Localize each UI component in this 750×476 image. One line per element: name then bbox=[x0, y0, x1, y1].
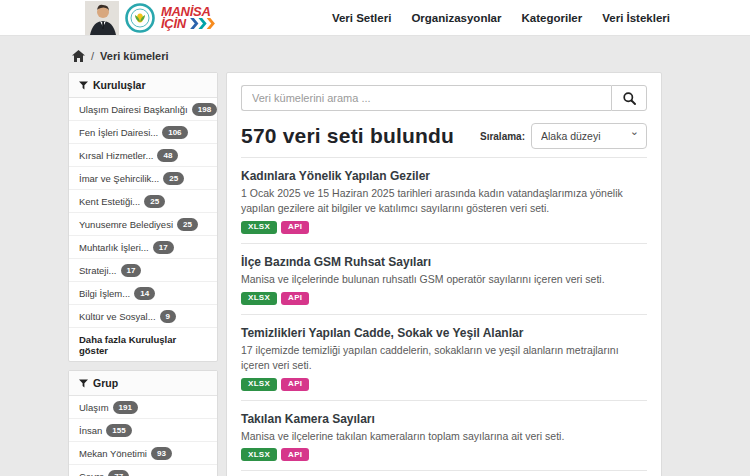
facet-item[interactable]: Mekan Yönetimi 93 bbox=[69, 441, 217, 464]
sort-control: Sıralama: Alaka düzeyi bbox=[480, 123, 647, 149]
api-format-badge: API bbox=[281, 378, 309, 391]
dataset-item: Takılan Kamera Sayıları Manisa ve ilçele… bbox=[241, 400, 647, 471]
facet-count-badge: 77 bbox=[108, 470, 129, 476]
facet-item-label: Mekan Yönetimi bbox=[79, 448, 147, 459]
site-logo[interactable]: MANİSA İÇİN bbox=[85, 1, 217, 35]
dataset-title-link[interactable]: Takılan Kamera Sayıları bbox=[241, 412, 375, 426]
facet-item-label: Fen İşleri Dairesi... bbox=[79, 127, 158, 138]
sort-label: Sıralama: bbox=[480, 131, 525, 142]
facet-groups-list: Ulaşım 191 İnsan 155 Mekan Yönetimi 93 bbox=[69, 396, 217, 476]
results-count-heading: 570 veri seti bulundu bbox=[241, 124, 454, 148]
facet-item-label: İnsan bbox=[79, 425, 102, 436]
dataset-format-badges: XLSXAPI bbox=[241, 221, 647, 234]
search-icon bbox=[623, 92, 636, 105]
dataset-title-link[interactable]: Kadınlara Yönelik Yapılan Geziler bbox=[241, 169, 430, 183]
xlsx-format-badge: XLSX bbox=[241, 378, 277, 391]
dataset-item: Kadınlara Yönelik Yapılan Geziler 1 Ocak… bbox=[241, 157, 647, 243]
breadcrumb-current: Veri kümeleri bbox=[100, 50, 169, 62]
sort-select[interactable]: Alaka düzeyi bbox=[531, 123, 647, 149]
facet-item[interactable]: Ulaşım 191 bbox=[69, 396, 217, 418]
nav-kategoriler[interactable]: Kategoriler bbox=[522, 12, 583, 24]
show-more-organizations-link[interactable]: Daha fazla Kuruluşlar göster bbox=[69, 327, 217, 361]
search-input[interactable] bbox=[241, 85, 611, 111]
facet-item[interactable]: Bilgi İşlem... 14 bbox=[69, 281, 217, 304]
facet-count-badge: 25 bbox=[177, 218, 198, 231]
dataset-search bbox=[241, 85, 647, 111]
facet-item[interactable]: Yunusemre Belediyesi 25 bbox=[69, 212, 217, 235]
filter-icon bbox=[79, 81, 88, 90]
facet-item[interactable]: İmar ve Şehircilik... 25 bbox=[69, 166, 217, 189]
xlsx-format-badge: XLSX bbox=[241, 221, 277, 234]
breadcrumb-separator: / bbox=[91, 50, 94, 62]
nav-veri-setleri[interactable]: Veri Setleri bbox=[332, 12, 391, 24]
dataset-format-badges: XLSXAPI bbox=[241, 292, 647, 305]
dataset-item: Temizlikleri Yapılan Cadde, Sokak ve Yeş… bbox=[241, 314, 647, 400]
facet-item-label: Yunusemre Belediyesi bbox=[79, 219, 173, 230]
nav-veri-istekleri[interactable]: Veri İstekleri bbox=[602, 12, 670, 24]
facet-item-label: Ulaşım bbox=[79, 402, 109, 413]
facet-count-badge: 25 bbox=[144, 195, 165, 208]
facet-item-label: Kent Estetiği... bbox=[79, 196, 140, 207]
home-icon[interactable] bbox=[72, 50, 85, 62]
facet-item[interactable]: Fen İşleri Dairesi... 106 bbox=[69, 120, 217, 143]
breadcrumb: / Veri kümeleri bbox=[0, 36, 750, 72]
facet-count-badge: 198 bbox=[192, 103, 217, 116]
facet-item-label: İmar ve Şehircilik... bbox=[79, 173, 159, 184]
dataset-title-link[interactable]: Temizlikleri Yapılan Cadde, Sokak ve Yeş… bbox=[241, 326, 523, 340]
api-format-badge: API bbox=[281, 221, 309, 234]
api-format-badge: API bbox=[281, 292, 309, 305]
facet-count-badge: 17 bbox=[121, 264, 142, 277]
nav-organizasyonlar[interactable]: Organizasyonlar bbox=[411, 12, 501, 24]
main-nav: Veri Setleri Organizasyonlar Kategoriler… bbox=[332, 12, 670, 24]
facet-item[interactable]: Kırsal Hizmetler... 48 bbox=[69, 143, 217, 166]
facet-title: Kuruluşlar bbox=[93, 79, 146, 91]
facet-groups-header: Grup bbox=[69, 371, 217, 396]
municipality-seal-icon bbox=[125, 3, 155, 33]
dataset-description: Manisa ve ilçelerine takılan kameraların… bbox=[241, 429, 647, 444]
brand-line2: İÇİN bbox=[161, 18, 186, 30]
dataset-description: Manisa ve ilçelerinde bulunan ruhsatlı G… bbox=[241, 272, 647, 287]
facet-item[interactable]: Kent Estetiği... 25 bbox=[69, 189, 217, 212]
mayor-photo bbox=[85, 1, 119, 35]
facet-count-badge: 9 bbox=[160, 310, 176, 323]
facet-item[interactable]: Ulaşım Dairesi Başkanlığı 198 bbox=[69, 98, 217, 120]
dataset-list: Kadınlara Yönelik Yapılan Geziler 1 Ocak… bbox=[241, 157, 647, 476]
results-header: 570 veri seti bulundu Sıralama: Alaka dü… bbox=[241, 123, 647, 149]
facet-item-label: Muhtarlık İşleri... bbox=[79, 242, 149, 253]
facet-item-label: Kültür ve Sosyal... bbox=[79, 311, 156, 322]
dataset-item: Montajı Yapılan Kameralar Manisa Büyükşe… bbox=[241, 470, 647, 476]
content-layout: Kuruluşlar Ulaşım Dairesi Başkanlığı 198… bbox=[68, 72, 750, 476]
facet-organizations: Kuruluşlar Ulaşım Dairesi Başkanlığı 198… bbox=[68, 72, 218, 362]
dataset-results-panel: 570 veri seti bulundu Sıralama: Alaka dü… bbox=[226, 72, 662, 476]
facet-count-badge: 191 bbox=[113, 401, 138, 414]
facet-count-badge: 14 bbox=[134, 287, 155, 300]
facet-item[interactable]: Çevre 77 bbox=[69, 464, 217, 476]
facet-item[interactable]: Muhtarlık İşleri... 17 bbox=[69, 235, 217, 258]
brand-wordmark: MANİSA İÇİN bbox=[161, 6, 217, 30]
sort-select-shell: Alaka düzeyi bbox=[531, 123, 647, 149]
dataset-format-badges: XLSXAPI bbox=[241, 448, 647, 461]
xlsx-format-badge: XLSX bbox=[241, 448, 277, 461]
dataset-title-link[interactable]: İlçe Bazında GSM Ruhsat Sayıları bbox=[241, 255, 431, 269]
facet-groups: Grup Ulaşım 191 İnsan 155 Mekan Yönet bbox=[68, 370, 218, 476]
facet-item-label: Çevre bbox=[79, 471, 104, 476]
facet-count-badge: 93 bbox=[151, 447, 172, 460]
facet-count-badge: 106 bbox=[162, 126, 187, 139]
facet-count-badge: 17 bbox=[153, 241, 174, 254]
filter-sidebar: Kuruluşlar Ulaşım Dairesi Başkanlığı 198… bbox=[68, 72, 218, 476]
xlsx-format-badge: XLSX bbox=[241, 292, 277, 305]
facet-item[interactable]: Kültür ve Sosyal... 9 bbox=[69, 304, 217, 327]
facet-title: Grup bbox=[93, 377, 118, 389]
api-format-badge: API bbox=[281, 448, 309, 461]
search-button[interactable] bbox=[611, 85, 647, 111]
facet-organizations-header: Kuruluşlar bbox=[69, 73, 217, 98]
facet-count-badge: 25 bbox=[163, 172, 184, 185]
dataset-item: İlçe Bazında GSM Ruhsat Sayıları Manisa … bbox=[241, 243, 647, 314]
facet-item[interactable]: Strateji... 17 bbox=[69, 258, 217, 281]
dataset-description: 1 Ocak 2025 ve 15 Haziran 2025 tarihleri… bbox=[241, 186, 647, 216]
dataset-description: 17 ilçemizde temizliği yapılan caddeleri… bbox=[241, 343, 647, 373]
facet-item-label: Strateji... bbox=[79, 265, 117, 276]
facet-item-label: Ulaşım Dairesi Başkanlığı bbox=[79, 104, 188, 115]
facet-item-label: Bilgi İşlem... bbox=[79, 288, 130, 299]
facet-item[interactable]: İnsan 155 bbox=[69, 418, 217, 441]
